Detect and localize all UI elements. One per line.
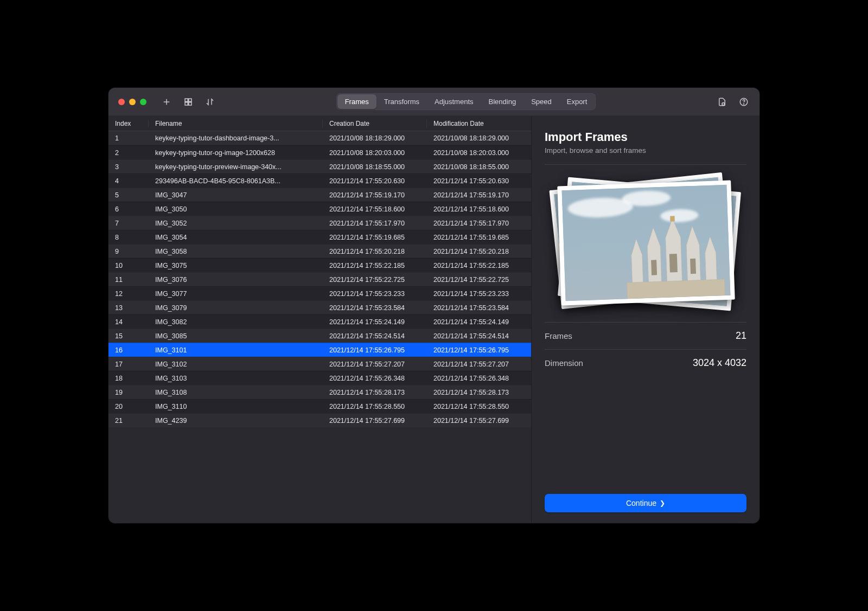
tab-blending[interactable]: Blending [481,94,524,109]
tab-speed[interactable]: Speed [524,94,559,109]
cell-filename: keykey-typing-tutor-dashboard-image-3... [149,134,323,142]
table-row[interactable]: 15IMG_30852021/12/14 17:55:24.5142021/12… [108,329,531,343]
cell-index: 5 [108,191,149,199]
cell-index: 14 [108,318,149,326]
col-modification[interactable]: Modification Date [427,120,531,127]
cell-filename: IMG_3058 [149,248,323,255]
cell-creation: 2021/12/14 17:55:23.584 [323,304,427,312]
cell-filename: IMG_4239 [149,417,323,425]
close-window-button[interactable] [118,99,125,105]
cell-modification: 2021/12/14 17:55:28.173 [427,389,531,396]
table-row[interactable]: 12IMG_30772021/12/14 17:55:23.2332021/12… [108,286,531,300]
tab-transforms[interactable]: Transforms [376,94,427,109]
svg-rect-18 [690,259,696,274]
table-body[interactable]: 1keykey-typing-tutor-dashboard-image-3..… [108,131,531,523]
cell-creation: 2021/12/14 17:55:20.630 [323,177,427,185]
frames-value: 21 [736,330,746,342]
cell-modification: 2021/12/14 17:55:23.584 [427,304,531,312]
svg-rect-4 [185,102,188,105]
col-filename[interactable]: Filename [149,120,323,127]
col-creation[interactable]: Creation Date [323,120,427,127]
cell-filename: keykey-typing-tutor-preview-image-340x..… [149,163,323,171]
tab-frames[interactable]: Frames [337,94,376,109]
preview-photo-front [557,180,735,305]
cell-index: 2 [108,149,149,157]
cell-index: 12 [108,290,149,298]
table-row[interactable]: 17IMG_31022021/12/14 17:55:27.2072021/12… [108,357,531,371]
tab-adjustments[interactable]: Adjustments [427,94,481,109]
cell-filename: IMG_3079 [149,304,323,312]
tab-export[interactable]: Export [559,94,595,109]
continue-label: Continue [626,499,656,507]
cell-modification: 2021/12/14 17:55:24.149 [427,318,531,326]
cell-index: 8 [108,234,149,241]
zoom-window-button[interactable] [140,99,146,105]
table-row[interactable]: 20IMG_31102021/12/14 17:55:28.5502021/12… [108,399,531,413]
cell-index: 18 [108,375,149,382]
titlebar: FramesTransformsAdjustmentsBlendingSpeed… [108,88,760,116]
cell-filename: 293496AB-BACD-4B45-95C8-8061A3B... [149,177,323,185]
minimize-window-button[interactable] [129,99,136,105]
cell-filename: keykey-typing-tutor-og-image-1200x628 [149,149,323,157]
cell-index: 19 [108,389,149,396]
grid-icon[interactable] [182,96,194,108]
table-row[interactable]: 18IMG_31032021/12/14 17:55:26.3482021/12… [108,371,531,385]
table-row[interactable]: 14IMG_30822021/12/14 17:55:24.1492021/12… [108,314,531,329]
toolbar-left [161,96,216,108]
table-header: Index Filename Creation Date Modificatio… [108,116,531,131]
cell-index: 10 [108,262,149,269]
cell-index: 16 [108,346,149,354]
cell-filename: IMG_3082 [149,318,323,326]
cell-creation: 2021/12/14 17:55:28.173 [323,389,427,396]
file-settings-icon[interactable] [716,96,728,108]
help-icon[interactable] [738,96,750,108]
cell-index: 15 [108,332,149,340]
table-row[interactable]: 21IMG_42392021/12/14 17:55:27.6992021/12… [108,413,531,427]
svg-rect-16 [651,260,657,275]
sidebar: Import Frames Import, browse and sort fr… [532,116,760,523]
table-row[interactable]: 13IMG_30792021/12/14 17:55:23.5842021/12… [108,300,531,314]
table-row[interactable]: 4293496AB-BACD-4B45-95C8-8061A3B...2021/… [108,173,531,188]
table-row[interactable]: 7IMG_30522021/12/14 17:55:17.9702021/12/… [108,216,531,230]
add-icon[interactable] [161,96,173,108]
continue-button[interactable]: Continue ❯ [545,494,746,512]
preview-stack [545,179,746,312]
table-row[interactable]: 10IMG_30752021/12/14 17:55:22.1852021/12… [108,258,531,272]
cell-filename: IMG_3075 [149,262,323,269]
frames-label: Frames [545,331,572,340]
cell-modification: 2021/12/14 17:55:22.725 [427,276,531,284]
table-row[interactable]: 8IMG_30542021/12/14 17:55:19.6852021/12/… [108,230,531,244]
cell-filename: IMG_3076 [149,276,323,284]
cell-creation: 2021/12/14 17:55:24.514 [323,332,427,340]
svg-rect-5 [189,102,192,105]
cell-creation: 2021/10/08 18:18:29.000 [323,134,427,142]
table-row[interactable]: 1keykey-typing-tutor-dashboard-image-3..… [108,131,531,145]
table-row[interactable]: 11IMG_30762021/12/14 17:55:22.7252021/12… [108,272,531,286]
cell-creation: 2021/12/14 17:55:26.795 [323,346,427,354]
sort-icon[interactable] [204,96,216,108]
cell-index: 4 [108,177,149,185]
cell-creation: 2021/12/14 17:55:22.185 [323,262,427,269]
cell-index: 7 [108,220,149,227]
svg-rect-15 [670,216,674,221]
table-row[interactable]: 3keykey-typing-tutor-preview-image-340x.… [108,159,531,173]
cell-filename: IMG_3047 [149,191,323,199]
cell-creation: 2021/10/08 18:20:03.000 [323,149,427,157]
cell-index: 20 [108,403,149,410]
col-index[interactable]: Index [108,120,149,127]
table-row[interactable]: 9IMG_30582021/12/14 17:55:20.2182021/12/… [108,244,531,258]
cell-modification: 2021/10/08 18:20:03.000 [427,149,531,157]
cell-filename: IMG_3103 [149,375,323,382]
cell-creation: 2021/12/14 17:55:18.600 [323,205,427,213]
table-row[interactable]: 16IMG_31012021/12/14 17:55:26.7952021/12… [108,343,531,357]
sidebar-title: Import Frames [545,130,746,144]
table-row[interactable]: 6IMG_30502021/12/14 17:55:18.6002021/12/… [108,202,531,216]
cell-index: 3 [108,163,149,171]
table-row[interactable]: 19IMG_31082021/12/14 17:55:28.1732021/12… [108,385,531,399]
svg-point-8 [744,104,744,104]
svg-rect-3 [189,99,192,101]
cell-creation: 2021/12/14 17:55:24.149 [323,318,427,326]
table-row[interactable]: 2keykey-typing-tutor-og-image-1200x62820… [108,145,531,159]
cell-modification: 2021/12/14 17:55:27.207 [427,361,531,368]
table-row[interactable]: 5IMG_30472021/12/14 17:55:19.1702021/12/… [108,188,531,202]
